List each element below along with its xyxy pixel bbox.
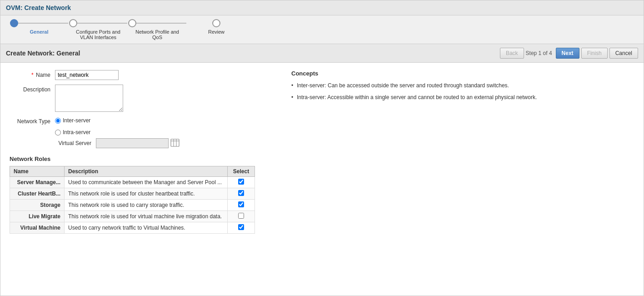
name-row: * Name (10, 70, 273, 80)
next-button[interactable]: Next (556, 48, 579, 59)
wizard-step-general-label: General (10, 29, 69, 35)
finish-button[interactable]: Finish (581, 48, 608, 59)
wizard-steps-area: General Configure Ports and VLAN Interfa… (0, 15, 644, 44)
roles-table-header: Name Description Select (10, 166, 255, 177)
virtual-server-browse-icon[interactable] (170, 139, 180, 148)
role-name-cell: Live Migrate (10, 211, 65, 222)
wizard-step-profile: Network Profile and QoS (128, 19, 187, 40)
role-description-cell: Used to carry network traffic to Virtual… (65, 222, 228, 234)
nav-buttons: Back Step 1 of 4 Next Finish Cancel (500, 48, 638, 59)
virtual-server-input[interactable] (96, 138, 169, 148)
network-type-row: Network Type Inter-server (10, 116, 273, 125)
role-select-cell (228, 211, 255, 222)
network-roles-title: Network Roles (10, 156, 273, 162)
svg-rect-0 (171, 139, 179, 146)
description-row: Description (10, 85, 273, 112)
role-description-cell: This network role is used for cluster he… (65, 188, 228, 200)
wizard-step-general-dot (10, 19, 18, 27)
section-title: Create Network: General (6, 50, 80, 57)
description-input[interactable] (55, 85, 123, 112)
role-name-cell: Virtual Machine (10, 222, 65, 234)
role-select-cell (228, 188, 255, 200)
cancel-button[interactable]: Cancel (609, 48, 638, 59)
wizard-step-review: Review (187, 19, 246, 35)
role-checkbox[interactable] (238, 224, 244, 230)
role-name-cell: Storage (10, 200, 65, 211)
col-header-name: Name (10, 166, 65, 177)
wizard-step-review-label: Review (187, 29, 246, 35)
back-button[interactable]: Back (500, 48, 524, 59)
role-description-cell: This network role is used for virtual ma… (65, 211, 228, 222)
concept-item: Inter-server: Can be accessed outside th… (291, 81, 634, 90)
main-content: * Name Description Network Type Inter-se… (0, 63, 644, 241)
role-checkbox[interactable] (238, 213, 244, 219)
table-row: Cluster HeartB...This network role is us… (10, 188, 255, 200)
roles-table: Name Description Select Server Manage...… (10, 166, 255, 234)
intraserver-option: Intra-server (55, 129, 90, 135)
name-label: * Name (10, 70, 55, 78)
required-star: * (31, 72, 34, 78)
wizard-connector-1 (18, 23, 68, 24)
role-select-cell (228, 200, 255, 211)
role-checkbox[interactable] (238, 201, 244, 207)
window-title-bar: OVM: Create Network (0, 0, 644, 15)
wizard-step-ports-dot (69, 19, 77, 27)
step-indicator: Step 1 of 4 (526, 50, 552, 56)
role-select-cell (228, 177, 255, 188)
virtual-server-row: Virtual Server (10, 138, 273, 148)
wizard-steps-visual: General Configure Ports and VLAN Interfa… (10, 19, 634, 40)
wizard-step-general: General (10, 19, 69, 35)
intraserver-row: Intra-server (10, 129, 273, 135)
col-header-select: Select (228, 166, 255, 177)
col-header-description: Description (65, 166, 228, 177)
interserver-radio[interactable] (55, 118, 61, 124)
name-input[interactable] (55, 70, 119, 80)
role-description-cell: Used to communicate between the Manager … (65, 177, 228, 188)
table-row: Server Manage...Used to communicate betw… (10, 177, 255, 188)
concepts-title: Concepts (291, 70, 634, 77)
intraserver-radio[interactable] (55, 130, 61, 135)
interserver-option: Inter-server (55, 117, 90, 124)
wizard-step-ports: Configure Ports and VLAN Interfaces (69, 19, 128, 40)
section-header: Create Network: General Back Step 1 of 4… (0, 44, 644, 63)
role-checkbox[interactable] (238, 179, 244, 185)
wizard-step-profile-dot (128, 19, 136, 27)
role-name-cell: Cluster HeartB... (10, 188, 65, 200)
network-type-label: Network Type (10, 116, 55, 125)
wizard-connector-3 (136, 23, 186, 24)
role-select-cell (228, 222, 255, 234)
form-section: * Name Description Network Type Inter-se… (10, 70, 273, 234)
concepts-list: Inter-server: Can be accessed outside th… (291, 81, 634, 101)
concept-item: Intra-server: Accessible within a single… (291, 93, 634, 101)
wizard-step-ports-label: Configure Ports and VLAN Interfaces (69, 29, 128, 40)
interserver-label: Inter-server (63, 117, 90, 124)
role-description-cell: This network role is used to carry stora… (65, 200, 228, 211)
table-row: Virtual MachineUsed to carry network tra… (10, 222, 255, 234)
virtual-server-label: Virtual Server (55, 140, 96, 146)
intraserver-label: Intra-server (63, 129, 90, 135)
concepts-section: Concepts Inter-server: Can be accessed o… (291, 70, 634, 234)
role-checkbox[interactable] (238, 190, 244, 196)
description-label: Description (10, 85, 55, 93)
page-wrapper: OVM: Create Network General Configure Po… (0, 0, 644, 296)
wizard-step-review-dot (212, 19, 220, 27)
role-name-cell: Server Manage... (10, 177, 65, 188)
table-row: Live MigrateThis network role is used fo… (10, 211, 255, 222)
wizard-step-profile-label: Network Profile and QoS (128, 29, 187, 40)
window-title: OVM: Create Network (6, 4, 71, 11)
network-roles-section: Network Roles Name Description Select Se… (10, 156, 273, 234)
wizard-connector-2 (77, 23, 127, 24)
table-row: StorageThis network role is used to carr… (10, 200, 255, 211)
